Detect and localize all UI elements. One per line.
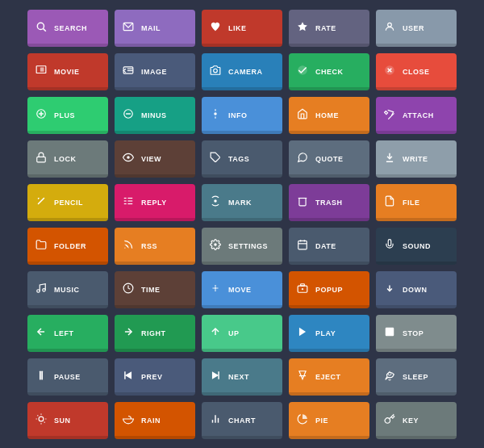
tile-image[interactable]: IMAGE [115,53,195,90]
tile-popup[interactable]: POPUP [289,271,369,308]
tile-file[interactable]: FILE [376,184,457,221]
tile-lock[interactable]: LOCK [27,140,108,178]
tile-mark[interactable]: MARK [202,184,282,221]
tile-mail[interactable]: MAIL [115,10,195,47]
tile-plus[interactable]: PLUS [27,97,108,134]
minus-label: MINUS [141,111,167,119]
tile-time[interactable]: TIME [115,271,195,308]
mail-label: MAIL [141,24,161,32]
svg-point-26 [127,156,130,159]
tile-sleep[interactable]: SLEEP [376,358,457,396]
rate-label: RATE [315,24,336,32]
quote-icon [295,152,310,165]
icon-grid: SEARCHMAILLIKERATEUSERMOVIEIMAGECAMERACH… [15,0,469,448]
tags-label: TAGS [228,155,249,163]
sound-label: SOUND [403,242,431,250]
view-icon [121,152,136,165]
tile-pencil[interactable]: PENCIL [27,184,108,221]
sleep-icon [382,370,397,383]
lock-label: LOCK [54,155,77,163]
like-icon [208,21,223,35]
quote-label: QUOTE [315,155,344,163]
tile-search[interactable]: SEARCH [27,10,108,47]
tile-left[interactable]: LEFT [27,315,108,352]
tile-sun[interactable]: SUN [27,402,108,439]
search-label: SEARCH [54,24,87,32]
reply-label: REPLY [141,199,167,207]
eject-icon [295,370,310,383]
chart-label: CHART [228,417,256,425]
svg-point-4 [388,23,392,27]
tile-chart[interactable]: CHART [202,402,282,439]
tile-key[interactable]: KEY [376,402,457,439]
tile-like[interactable]: LIKE [202,10,282,47]
tile-rate[interactable]: RATE [289,10,369,47]
next-icon [208,370,223,383]
check-icon [295,65,310,78]
tile-tags[interactable]: TAGS [202,140,282,178]
tile-home[interactable]: HOME [289,97,369,134]
mail-icon [121,21,136,35]
svg-marker-3 [298,22,307,31]
tile-rss[interactable]: RSS [115,228,195,265]
tile-trash[interactable]: TRASH [289,184,369,221]
tile-minus[interactable]: MINUS [115,97,195,134]
attach-label: ATTACH [403,111,434,119]
tile-movie[interactable]: MOVIE [27,53,108,90]
attach-icon [382,108,397,122]
svg-line-24 [388,113,394,119]
tile-settings[interactable]: SETTINGS [202,228,282,265]
tile-sound[interactable]: SOUND [376,228,457,265]
tile-play[interactable]: PLAY [289,315,369,352]
tile-attach[interactable]: ATTACH [376,97,457,134]
tile-down[interactable]: DOWN [376,271,457,308]
tile-rain[interactable]: RAIN [115,402,195,439]
tile-write[interactable]: WRITE [376,140,457,178]
svg-point-37 [124,248,125,249]
svg-marker-65 [212,371,219,379]
tile-info[interactable]: INFO [202,97,282,134]
tile-pause[interactable]: PAUSE [27,358,108,396]
left-label: LEFT [54,329,74,337]
tile-camera[interactable]: CAMERA [202,53,282,90]
tile-check[interactable]: CHECK [289,53,369,90]
tile-up[interactable]: UP [202,315,282,352]
tile-pie[interactable]: PIE [289,402,369,439]
popup-label: POPUP [315,286,343,294]
tile-user[interactable]: USER [376,10,457,47]
svg-point-38 [214,243,217,246]
play-icon [295,326,310,340]
svg-line-75 [44,422,45,423]
view-label: VIEW [141,155,161,163]
pencil-icon [34,195,48,209]
tile-eject[interactable]: EJECT [289,358,369,396]
date-label: DATE [315,242,336,250]
user-icon [382,21,397,35]
tile-quote[interactable]: QUOTE [289,140,369,178]
right-icon [121,326,136,340]
write-label: WRITE [403,155,428,163]
svg-point-43 [37,290,40,293]
music-icon [34,283,48,296]
pie-icon [295,413,310,427]
tile-view[interactable]: VIEW [115,140,195,178]
check-label: CHECK [315,68,344,76]
tile-move[interactable]: MOVE [202,271,282,308]
tile-date[interactable]: DATE [289,228,369,265]
file-label: FILE [403,199,420,207]
time-label: TIME [141,286,161,294]
tile-close[interactable]: CLOSE [376,53,457,90]
image-icon [121,65,136,78]
movie-label: MOVIE [54,68,80,76]
tile-reply[interactable]: REPLY [115,184,195,221]
tile-prev[interactable]: PREV [115,358,195,396]
tile-folder[interactable]: FOLDER [27,228,108,265]
tile-music[interactable]: MUSIC [27,271,108,308]
tile-stop[interactable]: STOP [376,315,457,352]
sound-icon [382,239,397,253]
left-icon [34,326,48,340]
tile-next[interactable]: NEXT [202,358,282,396]
svg-point-71 [39,417,44,421]
camera-icon [208,65,223,78]
tile-right[interactable]: RIGHT [115,315,195,352]
